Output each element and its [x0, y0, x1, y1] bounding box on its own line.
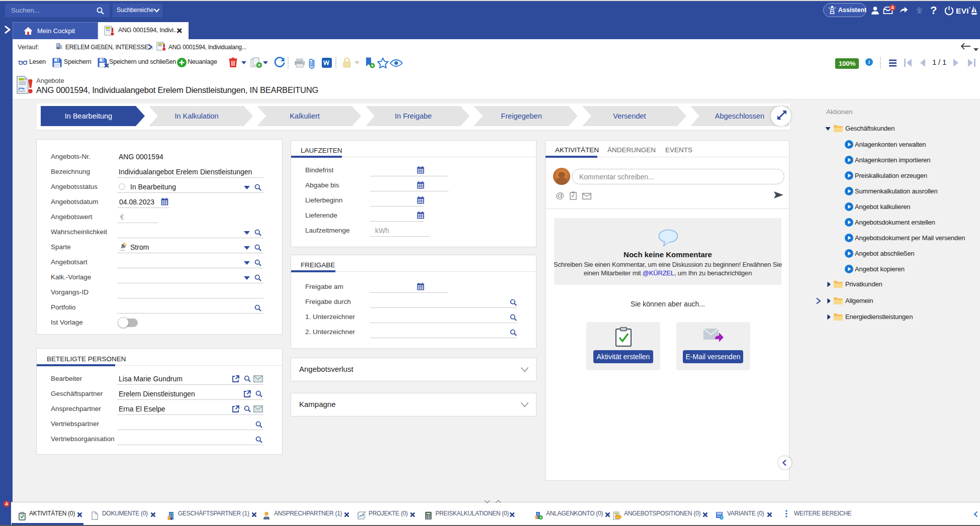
svg-text:In Kalkulation: In Kalkulation — [174, 112, 218, 120]
svg-text:In Bearbeitung: In Bearbeitung — [65, 112, 112, 120]
svg-text:Kalkuliert: Kalkuliert — [290, 112, 320, 120]
svg-text:In Freigabe: In Freigabe — [395, 112, 431, 120]
svg-text:Abgeschlossen: Abgeschlossen — [715, 112, 764, 120]
svg-text:Freigegeben: Freigegeben — [501, 112, 542, 120]
svg-text:Versendet: Versendet — [613, 112, 646, 120]
